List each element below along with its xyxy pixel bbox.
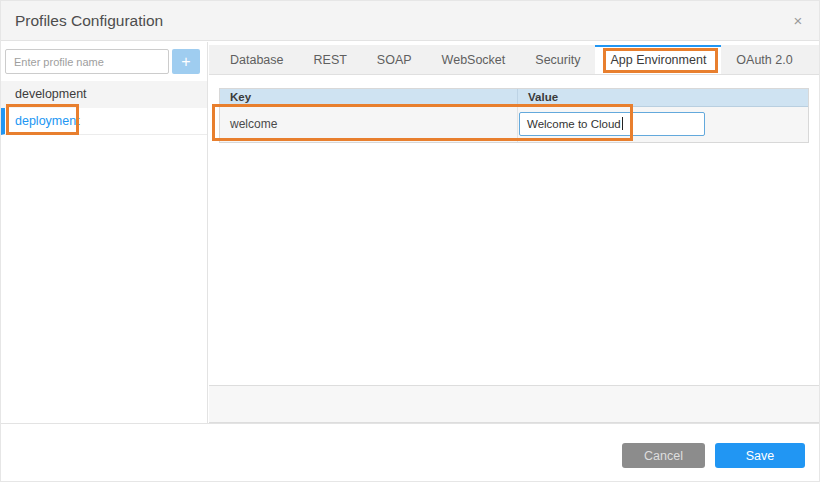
dialog-footer: Cancel Save — [1, 423, 819, 482]
cancel-button[interactable]: Cancel — [622, 443, 705, 468]
profile-item-development[interactable]: development — [1, 81, 207, 108]
add-profile-button[interactable]: + — [172, 49, 200, 74]
service-tabbar: Database REST SOAP WebSocket Security Ap… — [209, 45, 819, 75]
profile-content-panel: Database REST SOAP WebSocket Security Ap… — [209, 42, 819, 423]
table-header-row: Key Value — [220, 89, 808, 107]
value-cell: Welcome to Cloud — [517, 107, 808, 142]
value-input[interactable]: Welcome to Cloud — [519, 112, 705, 136]
profile-name-input[interactable] — [5, 49, 169, 74]
tab-database[interactable]: Database — [215, 45, 299, 74]
column-header-value: Value — [517, 89, 808, 106]
app-environment-table: Key Value welcome Welcome to Cloud — [219, 88, 809, 143]
close-icon[interactable]: × — [787, 1, 809, 41]
tab-app-environment[interactable]: App Environment — [595, 45, 721, 74]
tab-soap[interactable]: SOAP — [362, 45, 427, 74]
save-button[interactable]: Save — [715, 443, 805, 468]
key-cell: welcome — [220, 107, 517, 142]
tab-rest[interactable]: REST — [299, 45, 362, 74]
text-caret — [622, 117, 623, 130]
profiles-sidebar: + development deployment — [1, 42, 208, 423]
value-input-text: Welcome to Cloud — [527, 118, 621, 130]
table-row: welcome Welcome to Cloud — [220, 107, 808, 142]
tab-websocket[interactable]: WebSocket — [427, 45, 521, 74]
profile-list: development deployment — [1, 81, 207, 135]
profiles-configuration-dialog: Profiles Configuration × + development d… — [0, 0, 820, 482]
content-footer-strip — [209, 385, 819, 423]
dialog-title: Profiles Configuration — [15, 1, 163, 41]
tab-oauth2[interactable]: OAuth 2.0 — [721, 45, 807, 74]
column-header-key: Key — [220, 89, 517, 106]
tab-security[interactable]: Security — [520, 45, 595, 74]
dialog-header: Profiles Configuration × — [1, 1, 819, 41]
profile-item-deployment[interactable]: deployment — [1, 108, 207, 135]
